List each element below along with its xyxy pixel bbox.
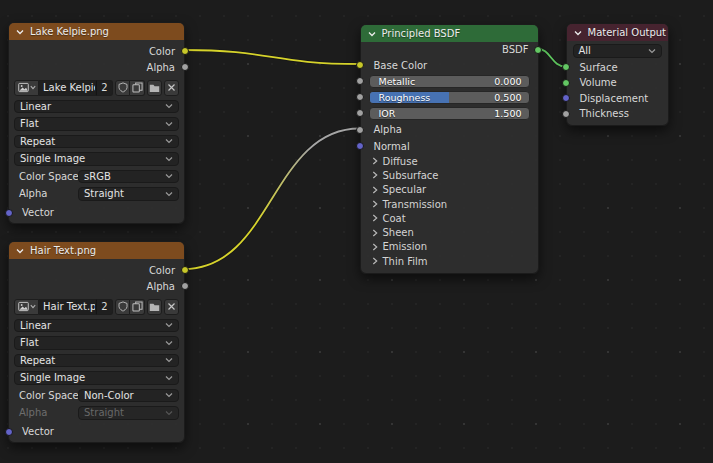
fake-user-button[interactable] xyxy=(115,299,130,315)
dropdown-select[interactable]: Flat xyxy=(14,336,179,350)
dropdown-select[interactable]: Repeat xyxy=(14,135,179,149)
socket-label: Normal xyxy=(374,141,410,152)
chevron-down-icon xyxy=(165,191,173,197)
image-datablock-selector: Hair Text.png 2 xyxy=(14,299,179,315)
number-slider[interactable]: Metallic 0.000 xyxy=(369,75,530,88)
image-datablock-selector: Lake Kelpie... 2 xyxy=(14,80,179,96)
node-title: Lake Kelpie.png xyxy=(30,26,109,37)
collapsed-panel-row[interactable]: Sheen xyxy=(361,225,538,239)
image-name-field[interactable]: Hair Text.png xyxy=(39,299,96,315)
input-socket[interactable] xyxy=(562,79,570,87)
chevron-down-icon[interactable] xyxy=(16,248,24,254)
socket-label: Alpha xyxy=(147,281,175,292)
chevron-right-icon xyxy=(372,200,378,208)
alpha-label: Alpha xyxy=(14,188,78,199)
users-count-button[interactable]: 2 xyxy=(96,80,113,96)
socket-label: Surface xyxy=(580,62,618,73)
output-socket[interactable] xyxy=(181,47,189,55)
output-socket-row: Color xyxy=(9,43,184,59)
node-header[interactable]: Hair Text.png xyxy=(9,242,184,259)
node-header[interactable]: Principled BSDF xyxy=(361,25,538,42)
image-browse-button[interactable] xyxy=(14,80,39,96)
dropdown-select[interactable]: Linear xyxy=(14,319,179,333)
input-socket[interactable] xyxy=(562,94,570,102)
vector-input-socket[interactable] xyxy=(5,428,13,436)
base-color-input-socket[interactable] xyxy=(356,61,364,69)
output-target-select[interactable]: All xyxy=(573,44,663,58)
dropdown-select[interactable]: Repeat xyxy=(14,354,179,368)
folder-icon xyxy=(149,83,160,93)
collapsed-panel-row[interactable]: Transmission xyxy=(361,197,538,211)
socket-label: Base Color xyxy=(374,60,428,71)
float-input-socket[interactable] xyxy=(356,109,364,117)
node-material-output: Material Output All Surface Volume Displ… xyxy=(566,23,670,126)
users-count-button[interactable]: 2 xyxy=(96,299,113,315)
collapsed-panel-row[interactable]: Thin Film xyxy=(361,254,538,268)
bsdf-output-socket[interactable] xyxy=(534,46,542,54)
input-socket-row: Surface xyxy=(567,60,669,76)
alpha-input-socket[interactable] xyxy=(356,126,364,134)
chevron-down-icon[interactable] xyxy=(574,30,582,36)
number-slider[interactable]: Roughness 0.500 xyxy=(369,91,530,104)
dropdown-select[interactable]: Linear xyxy=(14,100,179,114)
dropdown-select[interactable]: Single Image xyxy=(14,152,179,166)
wire-color-to-basecolor xyxy=(184,50,360,64)
alpha-input-row: Alpha xyxy=(361,121,538,138)
chevron-down-icon xyxy=(165,138,173,144)
vector-input-socket[interactable] xyxy=(5,209,13,217)
collapsed-panel-row[interactable]: Subsurface xyxy=(361,168,538,182)
color-space-label: Color Space xyxy=(14,390,78,401)
image-browse-button[interactable] xyxy=(14,299,39,315)
normal-input-row: Normal xyxy=(361,138,538,154)
open-image-button[interactable] xyxy=(147,299,162,315)
unlink-button[interactable] xyxy=(164,299,179,315)
chevron-down-icon[interactable] xyxy=(16,29,24,35)
fake-user-button[interactable] xyxy=(115,80,130,96)
close-icon xyxy=(167,83,176,92)
color-space-select[interactable]: Non-Color xyxy=(78,389,179,403)
color-space-select[interactable]: sRGB xyxy=(78,170,179,184)
copy-icon xyxy=(132,301,143,312)
chevron-right-icon xyxy=(372,214,378,222)
node-image-texture-hair-text: Hair Text.png Color Alpha Hair Text.png … xyxy=(8,241,185,443)
output-socket[interactable] xyxy=(181,63,189,71)
chevron-down-icon xyxy=(165,410,173,416)
collapsed-panel-row[interactable]: Specular xyxy=(361,183,538,197)
unlink-button[interactable] xyxy=(164,80,179,96)
input-socket[interactable] xyxy=(562,110,570,118)
chevron-right-icon xyxy=(372,186,378,194)
number-slider[interactable]: IOR 1.500 xyxy=(369,107,530,120)
chevron-down-icon xyxy=(165,173,173,179)
alpha-mode-select[interactable]: Straight xyxy=(78,187,179,201)
chevron-down-icon xyxy=(165,103,173,109)
duplicate-button[interactable] xyxy=(130,299,145,315)
image-name-field[interactable]: Lake Kelpie... xyxy=(39,80,96,96)
color-space-row: Color Space sRGB xyxy=(14,170,179,184)
float-input-socket[interactable] xyxy=(356,93,364,101)
output-socket[interactable] xyxy=(181,282,189,290)
node-header[interactable]: Material Output xyxy=(567,24,669,41)
dropdown-select[interactable]: Single Image xyxy=(14,371,179,385)
alpha-label: Alpha xyxy=(14,407,78,418)
float-input-socket[interactable] xyxy=(356,77,364,85)
input-socket[interactable] xyxy=(562,63,570,71)
alpha-mode-row: Alpha Straight xyxy=(14,187,179,201)
normal-input-socket[interactable] xyxy=(356,142,364,150)
output-socket[interactable] xyxy=(181,266,189,274)
collapsed-panel-row[interactable]: Diffuse xyxy=(361,154,538,168)
dropdown-select[interactable]: Flat xyxy=(14,117,179,131)
collapsed-panel-row[interactable]: Emission xyxy=(361,240,538,254)
collapsed-panel-row[interactable]: Coat xyxy=(361,211,538,225)
open-image-button[interactable] xyxy=(147,80,162,96)
node-header[interactable]: Lake Kelpie.png xyxy=(9,23,184,40)
output-socket-row: Color xyxy=(9,262,184,278)
vector-input-row: Vector xyxy=(9,424,184,440)
chevron-down-icon[interactable] xyxy=(368,31,376,37)
chevron-down-icon xyxy=(165,357,173,363)
folder-icon xyxy=(149,302,160,312)
socket-label: Thickness xyxy=(580,108,629,119)
chevron-right-icon xyxy=(372,257,378,265)
duplicate-button[interactable] xyxy=(130,80,145,96)
socket-label: Vector xyxy=(22,426,54,437)
value-slider-row: IOR 1.500 xyxy=(361,105,538,121)
